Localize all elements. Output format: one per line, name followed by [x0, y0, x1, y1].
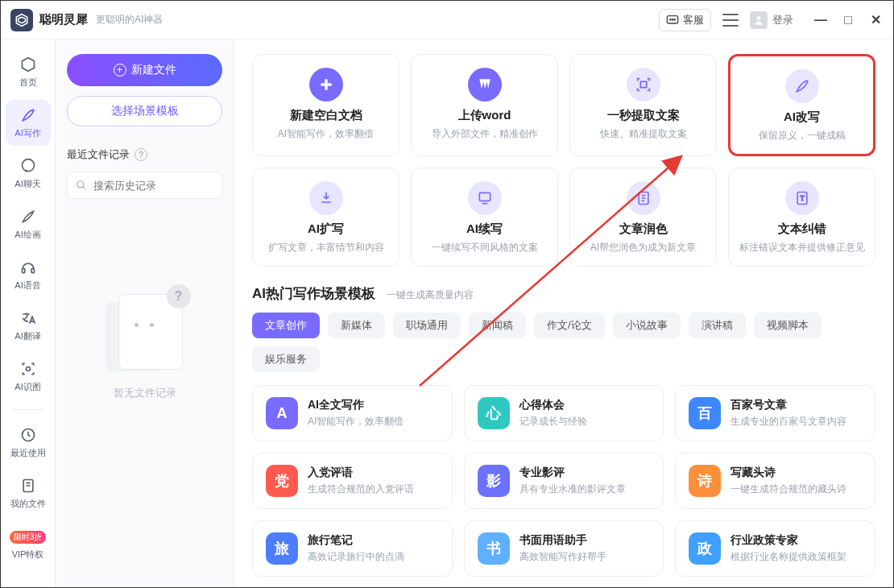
template-card[interactable]: 诗 写藏头诗 一键生成符合规范的藏头诗 — [675, 453, 875, 509]
sidebar-item-vip[interactable]: 限时3折 VIP特权 — [6, 524, 51, 567]
file-icon — [19, 477, 37, 495]
tool-title: 文本纠错 — [778, 222, 826, 237]
tool-desc: AI智能写作，效率翻倍 — [278, 127, 374, 141]
sidebar-item-label: AI识图 — [14, 381, 40, 393]
minimize-button[interactable]: — — [813, 12, 829, 28]
tool-icon — [627, 181, 660, 215]
tab[interactable]: 职场通用 — [393, 313, 461, 338]
sidebar-item-label: 最近使用 — [10, 447, 46, 459]
maximize-button[interactable]: □ — [840, 12, 856, 28]
help-icon[interactable]: ? — [135, 148, 147, 161]
template-icon: 党 — [266, 465, 298, 497]
tab[interactable]: 小说故事 — [613, 313, 681, 338]
template-desc: 生成符合规范的入党评语 — [308, 482, 414, 496]
template-icon: 书 — [478, 532, 510, 565]
template-card[interactable]: 旅 旅行笔记 高效记录旅行中的点滴 — [252, 520, 453, 577]
empty-text: 暂无文件记录 — [114, 386, 176, 400]
sidebar-item-home[interactable]: 首页 — [6, 49, 51, 95]
tool-desc: 保留原义，一键成稿 — [759, 129, 846, 143]
template-desc: AI智能写作，效率翻倍 — [308, 415, 404, 429]
tab[interactable]: 作文/论文 — [534, 313, 605, 338]
template-card[interactable]: 书 书面用语助手 高效智能写作好帮手 — [464, 520, 664, 577]
svg-rect-6 — [22, 269, 24, 273]
template-card[interactable]: 心 心得体会 记录成长与经验 — [464, 385, 664, 441]
tool-title: AI续写 — [466, 222, 503, 237]
close-button[interactable]: ✕ — [867, 12, 884, 28]
sidebar-item-myfiles[interactable]: 我的文件 — [6, 470, 51, 516]
sidebar-item-ai-image[interactable]: AI识图 — [6, 354, 51, 400]
new-file-button[interactable]: + 新建文件 — [67, 54, 222, 86]
tool-card[interactable]: T 文本纠错 标注错误文本并提供修正意见 — [728, 168, 875, 267]
tab[interactable]: 新闻稿 — [469, 313, 526, 338]
sidebar-item-label: AI写作 — [14, 127, 40, 139]
app-title: 聪明灵犀 — [39, 12, 88, 27]
tab[interactable]: 视频脚本 — [754, 313, 822, 338]
brush-icon — [19, 208, 37, 226]
sidebar-item-ai-writing[interactable]: AI写作 — [6, 100, 51, 146]
tool-desc: 导入外部文件，精准创作 — [432, 127, 538, 141]
sidebar-item-recent[interactable]: 最近使用 — [6, 420, 51, 466]
choose-template-button[interactable]: 选择场景模板 — [67, 96, 222, 126]
tool-card[interactable]: 上传word 导入外部文件，精准创作 — [411, 54, 558, 156]
tool-card[interactable]: AI续写 一键续写不同风格的文案 — [411, 168, 558, 267]
svg-point-3 — [674, 19, 675, 19]
tool-title: 新建空白文档 — [290, 108, 362, 123]
tool-card[interactable]: AI扩写 扩写文章，丰富情节和内容 — [252, 168, 399, 267]
template-icon: 影 — [478, 465, 510, 497]
sidebar-item-label: AI聊天 — [14, 178, 40, 190]
template-title: 专业影评 — [519, 466, 626, 480]
template-title: AI全文写作 — [308, 398, 404, 412]
svg-point-8 — [26, 367, 30, 371]
sidebar-item-ai-voice[interactable]: AI语音 — [6, 252, 51, 298]
choose-template-label: 选择场景模板 — [111, 104, 179, 117]
chat-icon — [19, 157, 37, 175]
sidebar-item-label: AI翻译 — [14, 330, 40, 342]
tool-card[interactable]: 一秒提取文案 快速、精准提取文案 — [569, 54, 717, 156]
menu-icon[interactable] — [722, 14, 739, 27]
template-card[interactable]: 党 入党评语 生成符合规范的入党评语 — [252, 453, 453, 509]
tab[interactable]: 新媒体 — [328, 313, 385, 338]
svg-text:T: T — [800, 194, 804, 202]
translate-icon — [19, 309, 37, 327]
section-title: AI热门写作场景模板 — [252, 284, 375, 303]
support-button[interactable]: 客服 — [659, 9, 711, 31]
tool-title: 文章润色 — [619, 222, 668, 237]
template-title: 行业政策专家 — [731, 533, 846, 548]
tab[interactable]: 文章创作 — [252, 313, 320, 338]
headphone-icon — [19, 259, 37, 276]
tool-title: AI扩写 — [308, 222, 344, 237]
tab[interactable]: 娱乐服务 — [252, 346, 320, 372]
tool-icon — [468, 181, 502, 215]
tool-card[interactable]: 文章润色 AI帮您润色为成为新文章 — [569, 168, 717, 267]
support-label: 客服 — [683, 13, 704, 27]
template-card[interactable]: 政 行业政策专家 根据行业名称提供政策框架 — [675, 520, 875, 577]
tool-icon — [627, 68, 660, 101]
tool-card[interactable]: 新建空白文档 AI智能写作，效率翻倍 — [252, 54, 399, 156]
sidebar-item-ai-chat[interactable]: AI聊天 — [6, 151, 51, 197]
login-button[interactable]: 登录 — [750, 11, 793, 29]
template-icon: 百 — [689, 397, 721, 429]
svg-point-1 — [670, 19, 671, 19]
tool-desc: 一键续写不同风格的文案 — [432, 241, 538, 255]
template-icon: 诗 — [689, 465, 721, 497]
sidebar-item-ai-paint[interactable]: AI绘画 — [6, 201, 51, 247]
tool-card[interactable]: AI改写 保留原义，一键成稿 — [728, 54, 875, 156]
tab[interactable]: 演讲稿 — [689, 313, 746, 338]
template-card[interactable]: A AI全文写作 AI智能写作，效率翻倍 — [252, 385, 453, 441]
template-desc: 记录成长与经验 — [519, 415, 587, 429]
sidebar-item-ai-translate[interactable]: AI翻译 — [6, 303, 51, 349]
search-icon — [76, 179, 87, 192]
home-icon — [19, 56, 37, 73]
tool-desc: 快速、精准提取文案 — [600, 127, 687, 141]
search-box[interactable] — [67, 172, 222, 199]
login-label: 登录 — [772, 13, 793, 27]
tool-title: 一秒提取文案 — [607, 108, 680, 123]
search-input[interactable] — [93, 180, 213, 192]
tool-title: AI改写 — [784, 110, 820, 125]
recent-heading: 最近文件记录 ? — [67, 147, 222, 162]
avatar-icon — [750, 11, 768, 29]
sidebar-item-label: AI绘画 — [14, 229, 40, 241]
template-card[interactable]: 影 专业影评 具有专业水准的影评文章 — [464, 453, 664, 509]
scan-icon — [19, 360, 37, 378]
template-card[interactable]: 百 百家号文章 生成专业的百家号文章内容 — [675, 385, 875, 441]
